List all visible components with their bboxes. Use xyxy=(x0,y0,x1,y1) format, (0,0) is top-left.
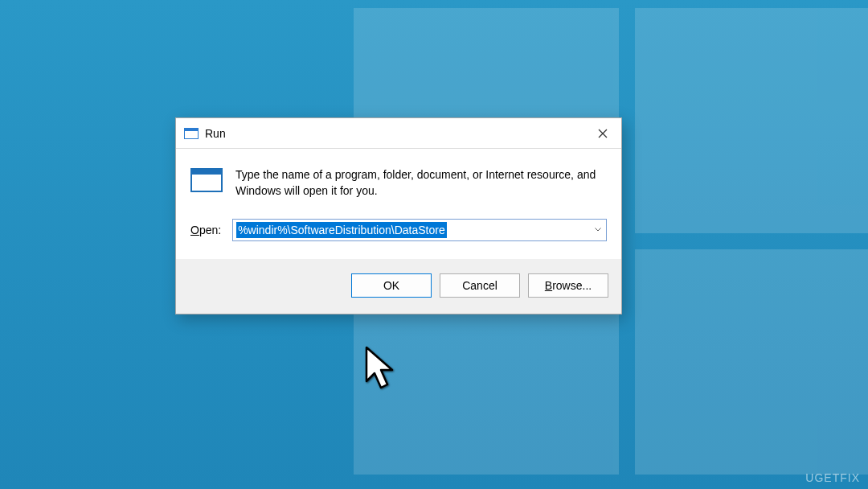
title-bar[interactable]: Run xyxy=(176,118,621,149)
dialog-description: Type the name of a program, folder, docu… xyxy=(235,166,607,199)
cancel-button[interactable]: Cancel xyxy=(440,273,520,298)
browse-button[interactable]: Browse... xyxy=(528,273,608,298)
window-title: Run xyxy=(205,127,226,140)
combo-dropdown-button[interactable] xyxy=(590,220,606,240)
close-button[interactable] xyxy=(584,118,621,148)
button-bar: OK Cancel Browse... xyxy=(176,259,621,314)
open-combobox[interactable]: %windir%\SoftwareDistribution\DataStore xyxy=(232,219,607,241)
run-dialog: Run Type the name of a program, folder, … xyxy=(175,117,622,314)
open-input-value[interactable]: %windir%\SoftwareDistribution\DataStore xyxy=(236,222,447,238)
ok-button[interactable]: OK xyxy=(351,273,432,298)
open-label: Open: xyxy=(190,224,221,236)
run-dialog-icon xyxy=(190,166,223,192)
dialog-body: Type the name of a program, folder, docu… xyxy=(176,149,621,259)
close-icon xyxy=(598,129,608,138)
chevron-down-icon xyxy=(595,228,601,232)
watermark: UGETFIX xyxy=(805,471,860,484)
run-title-icon xyxy=(184,128,199,139)
